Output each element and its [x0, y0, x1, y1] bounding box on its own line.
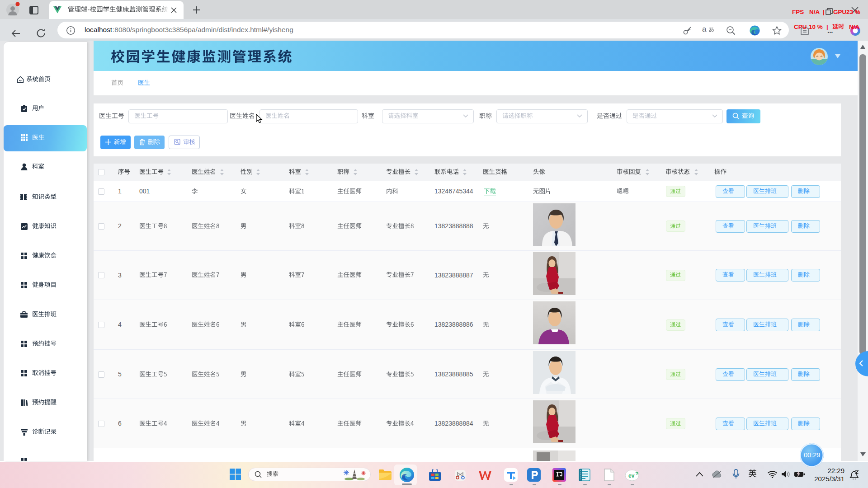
svg-text:ev: ev [628, 473, 635, 479]
